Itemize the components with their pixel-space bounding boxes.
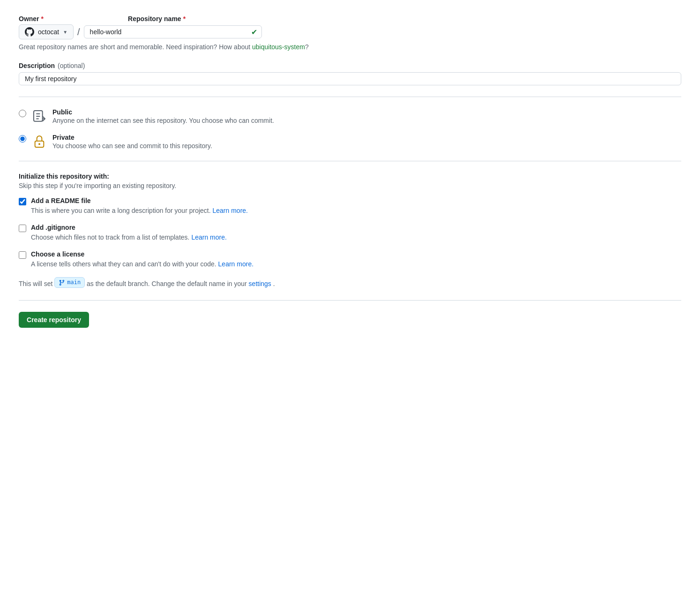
owner-required-star: * bbox=[41, 15, 44, 23]
settings-link[interactable]: settings bbox=[249, 280, 271, 287]
initialize-section: Initialize this repository with: Skip th… bbox=[19, 173, 681, 268]
gitignore-checkbox[interactable] bbox=[19, 225, 26, 232]
readme-description: This is where you can write a long descr… bbox=[31, 207, 681, 214]
license-label: Choose a license bbox=[31, 250, 84, 258]
repo-name-input[interactable] bbox=[84, 25, 262, 38]
gitignore-label: Add .gitignore bbox=[31, 224, 75, 231]
repo-name-valid-icon: ✔ bbox=[251, 28, 257, 37]
owner-chevron-icon: ▼ bbox=[63, 30, 67, 35]
divider-1 bbox=[19, 97, 681, 97]
create-repository-button[interactable]: Create repository bbox=[19, 312, 89, 328]
init-subtitle: Skip this step if you're importing an ex… bbox=[19, 182, 681, 189]
init-title: Initialize this repository with: bbox=[19, 173, 681, 180]
divider-2 bbox=[19, 161, 681, 161]
readme-checkbox[interactable] bbox=[19, 198, 26, 205]
description-optional-label: (optional) bbox=[58, 62, 85, 69]
repo-name-required-star: * bbox=[183, 15, 186, 23]
readme-learn-more-link[interactable]: Learn more. bbox=[213, 207, 248, 214]
gitignore-description: Choose which files not to track from a l… bbox=[31, 234, 681, 241]
owner-label: Owner bbox=[19, 15, 39, 23]
license-learn-more-link[interactable]: Learn more. bbox=[218, 260, 253, 268]
description-label: Description bbox=[19, 62, 55, 69]
private-label: Private bbox=[52, 134, 212, 141]
license-checkbox[interactable] bbox=[19, 251, 26, 259]
public-radio[interactable] bbox=[19, 110, 26, 117]
private-lock-icon bbox=[32, 134, 47, 149]
readme-option[interactable]: Add a README file This is where you can … bbox=[19, 197, 681, 214]
svg-point-6 bbox=[38, 143, 40, 145]
public-option[interactable]: Public Anyone on the internet can see th… bbox=[19, 108, 681, 124]
branch-name: main bbox=[67, 278, 81, 287]
divider-3 bbox=[19, 300, 681, 301]
owner-repo-slash: / bbox=[77, 27, 80, 38]
gitignore-learn-more-link[interactable]: Learn more. bbox=[191, 234, 226, 241]
public-description: Anyone on the internet can see this repo… bbox=[52, 117, 274, 124]
owner-selector[interactable]: octocat ▼ bbox=[19, 24, 74, 39]
private-option[interactable]: Private You choose who can see and commi… bbox=[19, 134, 681, 150]
suggestion-text: Great repository names are short and mem… bbox=[19, 43, 681, 51]
license-option[interactable]: Choose a license A license tells others … bbox=[19, 250, 681, 268]
gitignore-option[interactable]: Add .gitignore Choose which files not to… bbox=[19, 224, 681, 241]
branch-badge: main bbox=[54, 277, 85, 288]
github-logo-icon bbox=[25, 27, 34, 37]
readme-label: Add a README file bbox=[31, 197, 91, 204]
private-radio[interactable] bbox=[19, 135, 26, 143]
branch-icon bbox=[59, 279, 65, 286]
visibility-section: Public Anyone on the internet can see th… bbox=[19, 108, 681, 150]
description-input[interactable] bbox=[19, 72, 681, 85]
owner-value: octocat bbox=[38, 28, 59, 36]
private-description: You choose who can see and commit to thi… bbox=[52, 142, 212, 150]
public-repo-icon bbox=[32, 109, 47, 124]
suggestion-link[interactable]: ubiquitous-system bbox=[252, 43, 305, 51]
public-label: Public bbox=[52, 108, 274, 116]
repo-name-label: Repository name bbox=[128, 15, 181, 23]
license-description: A license tells others what they can and… bbox=[31, 260, 681, 268]
default-branch-section: This will set main as the default branch… bbox=[19, 277, 681, 289]
